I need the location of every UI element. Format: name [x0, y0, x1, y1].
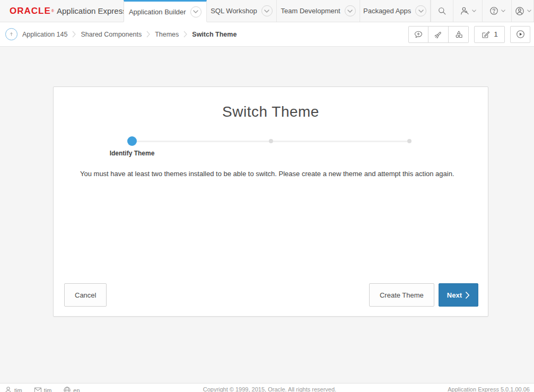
comment-plus-icon [414, 30, 423, 39]
breadcrumb-separator-icon [146, 31, 150, 38]
wizard-progress-stepper: Identify Theme [132, 136, 409, 146]
chevron-down-icon [501, 10, 505, 12]
footer-language: en [63, 386, 80, 392]
page-toolbar: 1 [408, 26, 530, 43]
edit-page-button[interactable]: 1 [474, 26, 505, 43]
current-step-label: Identify Theme [110, 150, 155, 157]
help-menu-button[interactable] [482, 0, 511, 22]
tab-application-builder[interactable]: Application Builder [124, 0, 207, 22]
footer-workspace: tim [34, 386, 52, 392]
chevron-down-circle-icon[interactable] [261, 5, 273, 16]
breadcrumb: Application 145 Shared Components Themes… [22, 31, 237, 38]
breadcrumb-bar: Application 145 Shared Components Themes… [0, 22, 534, 47]
envelope-icon [34, 386, 42, 392]
footer-user-name: tim [14, 387, 22, 392]
chevron-down-icon [472, 10, 476, 12]
wizard-button-bar: Cancel Create Theme Next [64, 283, 478, 307]
play-icon [515, 29, 526, 39]
step-3-dot [407, 139, 412, 143]
account-icon [514, 6, 525, 16]
chevron-down-circle-icon[interactable] [345, 5, 356, 16]
breadcrumb-separator-icon [183, 31, 187, 38]
administration-menu-button[interactable] [453, 0, 482, 22]
step-1-dot-current [127, 136, 137, 146]
chevron-down-circle-icon[interactable] [415, 5, 426, 16]
tab-label: Team Development [281, 7, 340, 15]
page-footer: tim tim en Copyright © 1999, 2015, Oracl… [0, 383, 534, 392]
page-body: Switch Theme Identify Theme You must hav… [0, 47, 534, 383]
person-icon [4, 386, 12, 392]
tab-label: Application Builder [129, 8, 186, 16]
search-button[interactable] [431, 0, 453, 22]
breadcrumb-current-page: Switch Theme [192, 31, 237, 38]
shapes-icon [454, 30, 463, 39]
product-name: Application Express [57, 6, 127, 15]
wizard-message: You must have at least two themes instal… [80, 170, 461, 178]
nav-up-button[interactable] [5, 28, 17, 40]
account-menu-button[interactable] [511, 0, 534, 22]
chevron-down-icon [527, 10, 531, 12]
help-icon [489, 6, 499, 16]
run-page-button[interactable] [510, 26, 530, 43]
registered-mark: ® [51, 9, 54, 13]
tab-packaged-apps[interactable]: Packaged Apps [360, 0, 431, 22]
chevron-down-circle-icon[interactable] [190, 6, 202, 18]
app-logo: ORACLE® Application Express [0, 0, 124, 22]
breadcrumb-shared-components[interactable]: Shared Components [81, 31, 142, 38]
cancel-button[interactable]: Cancel [64, 283, 107, 307]
flashlight-icon [434, 30, 443, 39]
find-button[interactable] [428, 26, 449, 43]
footer-version: Application Express 5.0.1.00.06 [448, 386, 530, 392]
breadcrumb-separator-icon [72, 31, 76, 38]
globe-icon [63, 386, 71, 392]
top-navigation-bar: ORACLE® Application Express Application … [0, 0, 534, 22]
shared-components-button[interactable] [449, 26, 469, 43]
edit-page-number: 1 [494, 30, 497, 38]
footer-language-code: en [73, 387, 80, 392]
tab-sql-workshop[interactable]: SQL Workshop [207, 0, 277, 22]
footer-workspace-name: tim [44, 387, 52, 392]
step-2-dot [269, 139, 273, 143]
search-icon [437, 6, 447, 16]
tab-team-development[interactable]: Team Development [277, 0, 360, 22]
create-theme-button[interactable]: Create Theme [369, 283, 434, 307]
next-button[interactable]: Next [439, 283, 478, 307]
feedback-button[interactable] [408, 26, 428, 43]
breadcrumb-themes[interactable]: Themes [155, 31, 179, 38]
footer-copyright: Copyright © 1999, 2015, Oracle. All righ… [92, 386, 448, 392]
arrow-up-icon [8, 31, 15, 38]
oracle-wordmark: ORACLE [10, 6, 51, 16]
switch-theme-wizard-dialog: Switch Theme Identify Theme You must hav… [53, 86, 488, 317]
footer-user: tim [4, 386, 22, 392]
next-button-label: Next [447, 291, 462, 299]
breadcrumb-application[interactable]: Application 145 [22, 31, 67, 38]
chevron-right-icon [466, 292, 470, 299]
tab-label: SQL Workshop [211, 7, 257, 15]
tab-label: Packaged Apps [363, 7, 411, 15]
admin-wrench-icon [460, 6, 470, 16]
wizard-title: Switch Theme [54, 103, 488, 120]
edit-page-icon [481, 30, 491, 39]
